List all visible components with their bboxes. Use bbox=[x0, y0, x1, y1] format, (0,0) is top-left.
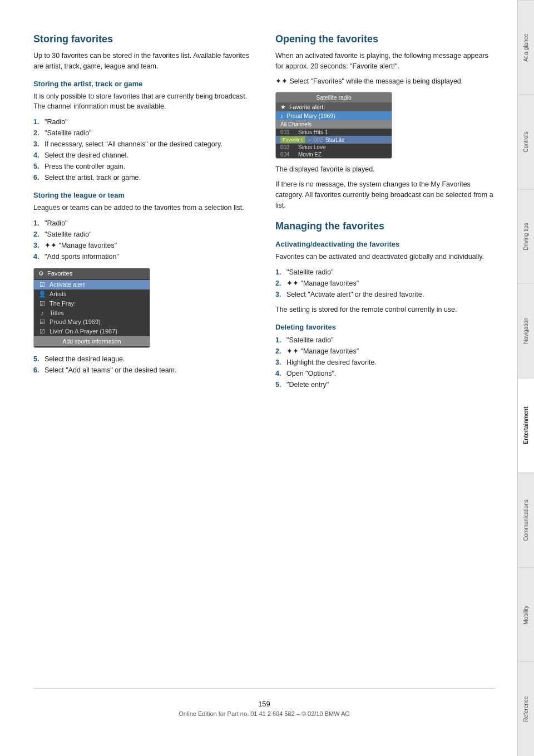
subsection-activating: Activating/deactivating the favorites Fa… bbox=[275, 240, 495, 315]
screen-row-livin: ☑ Livin' On A Prayer (1987) bbox=[34, 327, 150, 336]
activating-steps: 1."Satellite radio" 2.✦✦ "Manage favorit… bbox=[275, 267, 495, 300]
screen-row-add-sports: Add sports information bbox=[34, 336, 150, 346]
sidebar-tab-mobility[interactable]: Mobility bbox=[518, 567, 534, 662]
sidebar-tab-reference[interactable]: Reference bbox=[518, 661, 534, 756]
storing-favorites-intro: Up to 30 favorites can be stored in the … bbox=[33, 51, 253, 72]
proudmary-icon: ☑ bbox=[38, 318, 46, 326]
thefray-label: The Fray: bbox=[50, 300, 76, 307]
channel-003-num: 003 bbox=[280, 144, 296, 150]
step-3: 3.If necessary, select "All channels" or… bbox=[33, 139, 253, 150]
opening-favorites-instruction: ✦✦ Select "Favorites" while the message … bbox=[275, 76, 495, 87]
del-step-1: 1."Satellite radio" bbox=[275, 335, 495, 346]
subsection-league-team: Storing the league or team Leagues or te… bbox=[33, 191, 253, 376]
league-step-4: 4."Add sports information" bbox=[33, 251, 253, 262]
screen-header: ⚙ Favorites bbox=[34, 268, 150, 279]
step-6: 6.Select the artist, track or game. bbox=[33, 172, 253, 183]
sat-song-row: ♪ Proud Mary (1969) bbox=[276, 111, 392, 120]
screen-row-artists: 👤 Artists bbox=[34, 289, 150, 299]
step-5: 5.Press the controller again. bbox=[33, 161, 253, 172]
storing-artist-steps: 1."Radio" 2."Satellite radio" 3.If neces… bbox=[33, 116, 253, 183]
screen-row-proudmary: ☑ Proud Mary (1969) bbox=[34, 317, 150, 327]
page-number: 159 bbox=[33, 700, 495, 708]
screen-row-titles: ♪ Titles bbox=[34, 308, 150, 317]
step-2: 2."Satellite radio" bbox=[33, 127, 253, 139]
opening-post-text1: The displayed favorite is played. bbox=[275, 164, 495, 175]
screen-header-title: Favorites bbox=[47, 270, 72, 277]
channel-001-num: 001 bbox=[280, 129, 296, 135]
act-step-3: 3.Select "Activate alert" or the desired… bbox=[275, 289, 495, 300]
activating-post-text: The setting is stored for the remote con… bbox=[275, 305, 495, 315]
del-step-4: 4.Open "Options". bbox=[275, 368, 495, 379]
subsection-artist-track: Storing the artist, track or game It is … bbox=[33, 80, 253, 184]
channel-row-001: 001 Sirius Hits 1 bbox=[276, 129, 392, 136]
subsection-deleting: Deleting favorites 1."Satellite radio" 2… bbox=[275, 323, 495, 390]
act-step-2: 2.✦✦ "Manage favorites" bbox=[275, 278, 495, 289]
opening-post-text2: If there is no message, the system chang… bbox=[275, 179, 495, 210]
league-step-2: 2."Satellite radio" bbox=[33, 229, 253, 240]
sidebar-tab-at-a-glance[interactable]: At a glance bbox=[518, 0, 534, 95]
sidebar-tab-communications[interactable]: Communications bbox=[518, 473, 534, 567]
channel-004-name: Movin EZ bbox=[298, 151, 387, 158]
league-step-3: 3.✦✦ "Manage favorites" bbox=[33, 240, 253, 251]
activate-icon: ☑ bbox=[38, 281, 46, 288]
channel-row-004: 004 Movin EZ bbox=[276, 151, 392, 158]
storing-league-steps: 1."Radio" 2."Satellite radio" 3.✦✦ "Mana… bbox=[33, 218, 253, 262]
channel-row-002: Favorites ✓ 002 StarLite bbox=[276, 136, 392, 144]
channel-002-name: StarLite bbox=[325, 137, 387, 143]
sidebar-tab-driving-tips[interactable]: Driving tips bbox=[518, 189, 534, 284]
song-text: Proud Mary (1969) bbox=[286, 112, 335, 119]
favorites-screen-mockup: ⚙ Favorites ☑ Activate alert 👤 Artists bbox=[33, 268, 150, 348]
step-1: 1."Radio" bbox=[33, 116, 253, 127]
artists-label: Artists bbox=[50, 291, 67, 297]
channel-004-num: 004 bbox=[280, 151, 296, 158]
league-step-5: 5.Select the desired league. bbox=[33, 354, 253, 365]
activating-title: Activating/deactivating the favorites bbox=[275, 240, 495, 248]
opening-favorites-intro: When an activated favorite is playing, t… bbox=[275, 51, 495, 72]
screen-row-activate: ☑ Activate alert bbox=[34, 280, 150, 289]
sidebar-tab-navigation[interactable]: Navigation bbox=[518, 283, 534, 378]
sat-alert-row: ★ Favorite alert! bbox=[276, 102, 392, 111]
screen-row-thefray: ☑ The Fray: bbox=[34, 299, 150, 308]
sidebar-tab-entertainment[interactable]: Entertainment bbox=[518, 378, 534, 473]
fav-label: Favorites bbox=[280, 136, 305, 143]
sidebar: At a glance Controls Driving tips Naviga… bbox=[517, 0, 534, 756]
channel-row-003: 003 Sirius Love bbox=[276, 144, 392, 151]
footer-text: Online Edition for Part no. 01 41 2 604 … bbox=[33, 710, 495, 717]
del-step-5: 5."Delete entry" bbox=[275, 379, 495, 390]
thefray-icon: ☑ bbox=[38, 300, 46, 307]
sidebar-tab-controls[interactable]: Controls bbox=[518, 95, 534, 189]
sat-screen-header: Satellite radio bbox=[276, 92, 392, 102]
storing-artist-intro: It is only possible to store favorites t… bbox=[33, 91, 253, 112]
artists-icon: 👤 bbox=[38, 291, 46, 298]
screen-body: ☑ Activate alert 👤 Artists ☑ The Fray: bbox=[34, 279, 150, 347]
league-step-6: 6.Select "Add all teams" or the desired … bbox=[33, 365, 253, 376]
channel-002-num: ✓ 002 bbox=[308, 137, 323, 143]
right-column: Opening the favorites When an activated … bbox=[275, 33, 495, 677]
livin-icon: ☑ bbox=[38, 328, 46, 335]
titles-label: Titles bbox=[50, 310, 64, 316]
deleting-title: Deleting favorites bbox=[275, 323, 495, 331]
channel-001-name: Sirius Hits 1 bbox=[298, 129, 387, 135]
storing-league-post-steps: 5.Select the desired league. 6.Select "A… bbox=[33, 354, 253, 376]
page-footer: 159 Online Edition for Part no. 01 41 2 … bbox=[33, 688, 495, 723]
activating-intro: Favorites can be activated and deactivat… bbox=[275, 252, 495, 262]
opening-favorites-title: Opening the favorites bbox=[275, 33, 495, 45]
channel-003-name: Sirius Love bbox=[298, 144, 387, 150]
music-icon: ♪ bbox=[280, 112, 283, 119]
activate-label: Activate alert bbox=[50, 281, 85, 288]
deleting-steps: 1."Satellite radio" 2.✦✦ "Manage favorit… bbox=[275, 335, 495, 390]
storing-league-title: Storing the league or team bbox=[33, 191, 253, 199]
storing-artist-title: Storing the artist, track or game bbox=[33, 80, 253, 88]
storing-favorites-title: Storing favorites bbox=[33, 33, 253, 45]
star-icon: ★ bbox=[280, 104, 286, 110]
act-step-1: 1."Satellite radio" bbox=[275, 267, 495, 278]
livin-label: Livin' On A Prayer (1987) bbox=[50, 328, 117, 335]
sat-channels-header: All Channels bbox=[276, 120, 392, 129]
managing-favorites-title: Managing the favorites bbox=[275, 220, 495, 232]
screen-header-icon: ⚙ bbox=[38, 270, 44, 277]
left-column: Storing favorites Up to 30 favorites can… bbox=[33, 33, 253, 677]
storing-league-intro: Leagues or teams can be added to the fav… bbox=[33, 203, 253, 213]
step-4: 4.Select the desired channel. bbox=[33, 150, 253, 161]
del-step-2: 2.✦✦ "Manage favorites" bbox=[275, 346, 495, 357]
add-sports-label: Add sports information bbox=[62, 338, 121, 345]
